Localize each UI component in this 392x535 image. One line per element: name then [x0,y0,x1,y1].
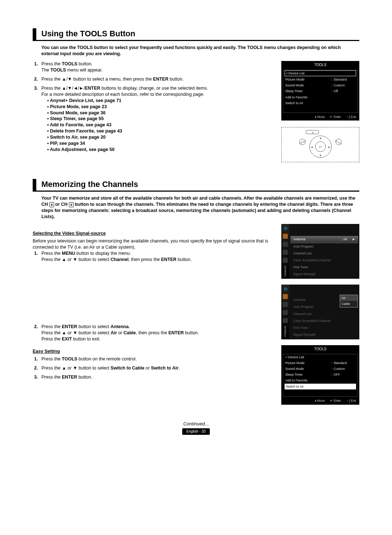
osd-label: Switch to Air [286,384,355,389]
bold-enter: ENTER [168,330,184,335]
osd-row: ↵ Device List [283,354,358,360]
bold-menu: MENU [62,251,75,256]
text: Press the ▲ or ▼ button to select [41,257,111,262]
tools-osd-2: TOOLS ↵ Device List Picture Mode:Standar… [281,345,359,405]
channel-icon [283,294,288,299]
text: , then press the [136,330,168,335]
text: The [41,68,50,73]
osd-row: Auto Program [290,243,358,250]
side-icon [283,318,288,323]
svg-text:▼: ▼ [319,154,322,157]
left-column: Selecting the Video Signal-source Before… [33,224,274,383]
bold-antenna: Antenna [110,324,128,329]
text: button. [77,61,93,66]
step-2: Press the ▲/▼ button to select a menu, t… [39,76,274,82]
text: Press the ▲ or ▼ button to select [41,365,111,371]
bold-channel: Channel [111,257,128,262]
text: Press the ▲/▼/◄/►/ [41,86,85,91]
bold-enter: ENTER [62,324,77,329]
enter-icon: ↵ [286,71,289,75]
osd-label: Antenna [293,237,337,241]
foot-exit: →] Exit [346,399,356,403]
page-footer: English - 20 [33,428,359,435]
osd-main: Antenna : Air ► Auto Program Channel Lis… [289,224,359,279]
bold-switch-cable: Switch to Cable [111,365,144,371]
colon: : [330,361,334,365]
osd-row: Sleep Timer:Off [283,88,358,94]
text: Press the [41,336,62,342]
osd-row-dim: Clear Scrambled Channel [290,318,358,324]
osd-label: Picture Mode [285,77,330,82]
colon: : [330,77,334,82]
osd-row-dim: Channel List [290,311,358,318]
text: or [144,365,151,371]
osd-body: ↵ Device List Picture Mode:Standard Soun… [283,70,358,113]
section-title-tools: Using the TOOLS Button [33,28,359,41]
osd-row: Sound Mode:Custom [283,366,358,372]
text: Press the [41,61,62,66]
osd-main: Antenna Auto Program Channel List Clear … [289,285,359,339]
text: button to scan through the channels. Thi… [41,202,353,219]
bold-exit: EXIT [62,336,72,342]
osd-label: Sleep Timer [285,372,330,377]
svg-text:►: ► [328,146,331,149]
remote-svg: ⏏ TOOLS RETURN ↵ ▲ ▼ ◄ ► [286,129,355,160]
channel-osd-2-wrap: ⏻ Channel Antenna Auto Program Channel L… [281,285,359,339]
text: . [179,365,180,371]
step-2: Press the ENTER button to select Antenna… [39,324,274,342]
osd-label: Add to Favorite [285,378,355,383]
ref-item: PIP, see page 34 [47,140,274,147]
bold-tools: TOOLS [62,356,77,362]
osd-row: Picture Mode:Standard [283,360,358,366]
signal-steps-2: Press the ENTER button to select Antenna… [33,324,274,342]
reference-list: Anynet+ Device List, see page 71 Picture… [47,98,274,153]
osd-label: Add to Favorite [285,95,355,99]
channel-osd-2: ⏻ Channel Antenna Auto Program Channel L… [281,285,359,339]
section-title-memorizing: Memorizing the Channels [33,179,359,192]
osd-label: Device List [289,71,355,75]
popup-option: Cable [340,301,358,307]
text: buttons to display, change, or use the s… [100,86,208,91]
side-icon [283,310,288,315]
ref-item: Anynet+ Device List, see page 71 [47,98,274,104]
osd-sidebar: ⏻ Channel [281,224,289,279]
bold-enter: ENTER [161,257,176,262]
ref-item: Switch to Air, see page 20 [47,134,274,140]
foot-exit: →] Exit [346,115,356,119]
text: Press the ▲/▼ button to select a menu, t… [41,77,153,82]
osd-body: ↵ Device List Picture Mode:Standard Soun… [283,354,358,397]
osd-row: Sound Mode:Custom [283,82,358,88]
side-label: Channel [283,266,287,277]
step-1: Press the MENU button to display the men… [39,250,274,263]
osd-row: Add to Favorite [283,94,358,100]
osd-label: Picture Mode [285,361,330,365]
svg-text:▲: ▲ [319,136,322,140]
colon: : [330,367,334,371]
tools-steps: Press the TOOLS button. The TOOLS menu w… [33,61,274,152]
ch-down-icon: ∨ [69,202,74,207]
osd-row-highlight: Switch to Air [285,384,356,389]
osd-row-dim: Fine Tune [290,324,358,331]
osd-row: Fine Tune [290,264,358,271]
osd-title: TOOLS [282,346,359,353]
text: Press the [41,251,62,256]
svg-text:◄: ◄ [310,146,313,149]
ref-item: Delete from Favorite, see page 43 [47,128,274,134]
osd-row: Picture Mode:Standard [283,77,358,82]
antenna-popup: Air Cable [340,295,358,307]
step-1: Press the TOOLS button on the remote con… [39,356,274,362]
osd-row-highlight: ↵ Device List [285,70,356,76]
side-icon [283,242,288,247]
text: button to exit. [72,336,101,342]
text: button on the remote control. [77,356,136,362]
text: Press the [41,375,62,380]
chevron-right-icon: ► [352,237,355,241]
foot-enter: ↵ Enter [330,115,341,119]
ref-item: Auto Adjustment, see page 50 [47,147,274,153]
channel-osd-1: ⏻ Channel Antenna : Air ► Auto Program C… [281,224,359,279]
osd-label: Sound Mode [285,367,330,371]
step-2: Press the ▲ or ▼ button to select Switch… [39,365,274,371]
bold-air: Air [111,330,117,335]
bold-switch-air: Switch to Air [151,365,179,371]
side-icon [283,302,288,307]
